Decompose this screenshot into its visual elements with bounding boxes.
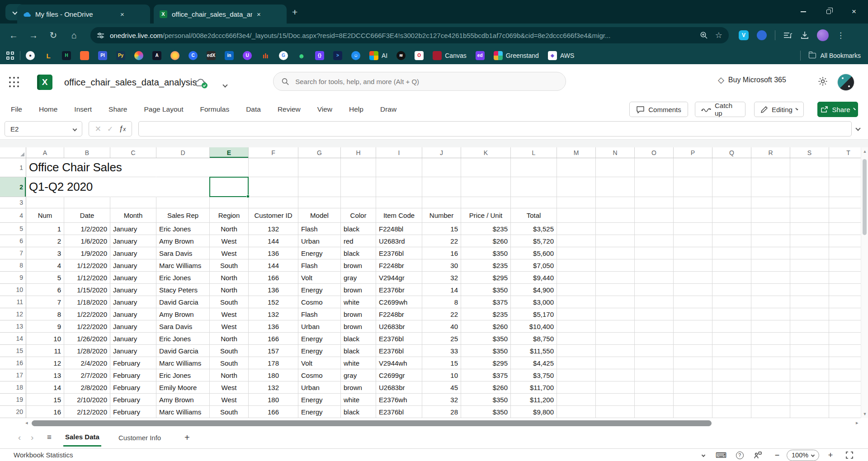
cell-O9[interactable]: [635, 272, 674, 284]
cell-G15[interactable]: Energy: [298, 345, 341, 357]
cell-D2[interactable]: [156, 177, 210, 197]
row-header-3[interactable]: 3: [0, 197, 26, 208]
cell-D1[interactable]: [156, 158, 210, 177]
row-header-18[interactable]: 18: [0, 381, 26, 394]
cell-G10[interactable]: Energy: [298, 284, 341, 296]
cell-S17[interactable]: [790, 369, 829, 381]
cell-Q12[interactable]: [712, 308, 751, 320]
cell-B18[interactable]: 2/8/2020: [64, 381, 110, 394]
bookmark-google-g[interactable]: G: [279, 51, 288, 60]
cell-E15[interactable]: South: [210, 345, 249, 357]
cell-E18[interactable]: West: [210, 381, 249, 394]
cell-J13[interactable]: 40: [422, 320, 461, 333]
new-tab-button[interactable]: +: [292, 7, 297, 18]
cell-J4[interactable]: Number: [422, 208, 461, 223]
cell-O4[interactable]: [635, 208, 674, 223]
cell-A4[interactable]: Num: [26, 208, 64, 223]
cell-Q16[interactable]: [712, 357, 751, 369]
zoom-level-dropdown[interactable]: 100%: [787, 449, 819, 461]
cell-F12[interactable]: 132: [249, 308, 298, 320]
cell-J15[interactable]: 33: [422, 345, 461, 357]
cell-F17[interactable]: 180: [249, 369, 298, 381]
cell-F15[interactable]: 157: [249, 345, 298, 357]
cell-L4[interactable]: Total: [511, 208, 557, 223]
cell-H1[interactable]: [341, 158, 376, 177]
cell-O20[interactable]: [635, 406, 674, 418]
cell-N2[interactable]: [596, 177, 635, 197]
cell-H14[interactable]: black: [341, 333, 376, 345]
fullscreen-icon[interactable]: [843, 449, 856, 461]
cell-E19[interactable]: West: [210, 394, 249, 406]
cell-M19[interactable]: [557, 394, 596, 406]
bookmark-leetcode[interactable]: L: [44, 51, 53, 60]
cell-I13[interactable]: U2683br: [376, 320, 422, 333]
cell-B8[interactable]: 1/12/2020: [64, 259, 110, 272]
cell-S4[interactable]: [790, 208, 829, 223]
cell-N6[interactable]: [596, 235, 635, 247]
col-header-I[interactable]: I: [376, 147, 422, 158]
row-header-15[interactable]: 15: [0, 345, 26, 357]
cell-E6[interactable]: West: [210, 235, 249, 247]
cell-L5[interactable]: $3,525: [511, 223, 557, 235]
apps-grid-icon[interactable]: [6, 52, 14, 60]
row-header-6[interactable]: 6: [0, 235, 26, 247]
cell-J6[interactable]: 22: [422, 235, 461, 247]
cell-M9[interactable]: [557, 272, 596, 284]
document-title[interactable]: office_chair_sales_data_analysis: [64, 77, 197, 88]
cell-P14[interactable]: [674, 333, 712, 345]
cell-A18[interactable]: 14: [26, 381, 64, 394]
cell-C5[interactable]: January: [110, 223, 156, 235]
cell-P16[interactable]: [674, 357, 712, 369]
cell-M17[interactable]: [557, 369, 596, 381]
cell-N3[interactable]: [596, 197, 635, 208]
cell-O5[interactable]: [635, 223, 674, 235]
row-header-4[interactable]: 4: [0, 208, 26, 223]
cell-N17[interactable]: [596, 369, 635, 381]
cell-Q2[interactable]: [712, 177, 751, 197]
cell-C19[interactable]: February: [110, 394, 156, 406]
cell-I18[interactable]: U2683br: [376, 381, 422, 394]
bookmark-aws-geo[interactable]: ◈AWS: [548, 51, 574, 60]
cell-F6[interactable]: 144: [249, 235, 298, 247]
cell-J5[interactable]: 15: [422, 223, 461, 235]
col-header-R[interactable]: R: [751, 147, 790, 158]
cell-N14[interactable]: [596, 333, 635, 345]
cell-B7[interactable]: 1/9/2020: [64, 247, 110, 259]
cell-G7[interactable]: Energy: [298, 247, 341, 259]
cell-N15[interactable]: [596, 345, 635, 357]
col-header-D[interactable]: D: [156, 147, 210, 158]
cell-S19[interactable]: [790, 394, 829, 406]
cell-R13[interactable]: [751, 320, 790, 333]
cell-R11[interactable]: [751, 296, 790, 308]
cell-K6[interactable]: $260: [461, 235, 511, 247]
bookmark-u-purple[interactable]: U: [243, 51, 252, 60]
cell-M4[interactable]: [557, 208, 596, 223]
cell-D6[interactable]: Amy Brown: [156, 235, 210, 247]
col-header-H[interactable]: H: [341, 147, 376, 158]
cell-F18[interactable]: 132: [249, 381, 298, 394]
cell-B20[interactable]: 2/12/2020: [64, 406, 110, 418]
cell-Q6[interactable]: [712, 235, 751, 247]
cell-F1[interactable]: [249, 158, 298, 177]
help-icon[interactable]: ?: [733, 449, 746, 461]
bookmark-red-o[interactable]: O: [415, 51, 424, 60]
insert-function-icon[interactable]: ƒx: [119, 125, 126, 133]
tab-close-icon[interactable]: ×: [257, 10, 261, 18]
menu-draw[interactable]: Draw: [380, 105, 396, 113]
cell-R17[interactable]: [751, 369, 790, 381]
select-all-corner[interactable]: [0, 147, 26, 158]
cell-P11[interactable]: [674, 296, 712, 308]
cell-R9[interactable]: [751, 272, 790, 284]
row-header-9[interactable]: 9: [0, 272, 26, 284]
cell-K11[interactable]: $375: [461, 296, 511, 308]
cell-Q4[interactable]: [712, 208, 751, 223]
bookmark-orange-dots[interactable]: [80, 51, 89, 60]
cell-D18[interactable]: Emily Moore: [156, 381, 210, 394]
cell-H20[interactable]: black: [341, 406, 376, 418]
cell-P3[interactable]: [674, 197, 712, 208]
fill-handle[interactable]: [246, 195, 250, 198]
cell-B12[interactable]: 1/22/2020: [64, 308, 110, 320]
cell-F8[interactable]: 144: [249, 259, 298, 272]
cell-K16[interactable]: $295: [461, 357, 511, 369]
cell-S16[interactable]: [790, 357, 829, 369]
